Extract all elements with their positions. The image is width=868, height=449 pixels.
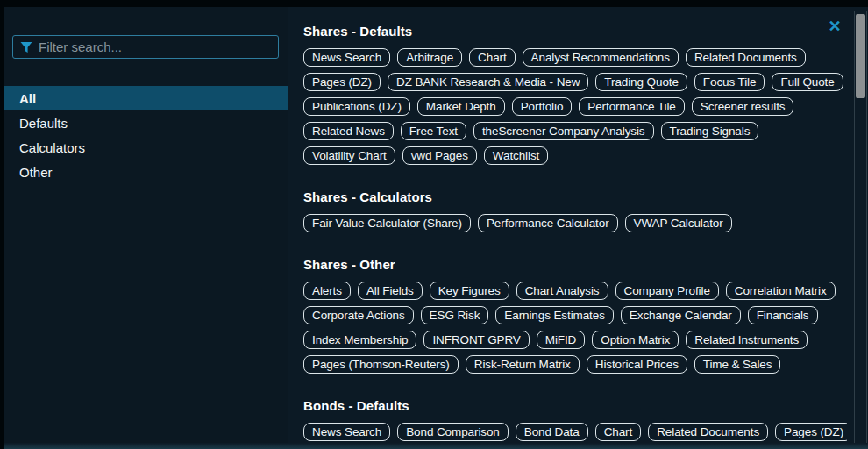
chip-performance-calculator[interactable]: Performance Calculator	[478, 214, 618, 232]
chip-analyst-recommendations[interactable]: Analyst Recommendations	[523, 48, 679, 67]
dialog-bottom-edge	[4, 443, 868, 449]
chip-related-news[interactable]: Related News	[303, 122, 394, 140]
funnel-filter-icon	[20, 41, 32, 53]
chip-full-quote[interactable]: Full Quote	[772, 73, 843, 91]
chip-row: Index MembershipINFRONT GPRVMiFIDOption …	[303, 331, 847, 349]
chip-fair-value-calculator-share[interactable]: Fair Value Calculator (Share)	[303, 214, 471, 232]
chip-row: Volatility Chartvwd PagesWatchlist	[303, 146, 847, 165]
section-title: Shares - Calculators	[303, 189, 847, 204]
chip-dz-bank-research-media-new[interactable]: DZ BANK Research & Media - New	[388, 73, 588, 91]
chip-row: News SearchBond ComparisonBond DataChart…	[303, 423, 847, 441]
chip-historical-prices[interactable]: Historical Prices	[587, 355, 687, 374]
chip-row: Fair Value Calculator (Share)Performance…	[303, 214, 847, 232]
chip-index-membership[interactable]: Index Membership	[303, 331, 416, 349]
chip-vwd-pages[interactable]: vwd Pages	[402, 146, 477, 165]
chip-infront-gprv[interactable]: INFRONT GPRV	[423, 331, 529, 349]
sidebar-item-all[interactable]: All	[4, 86, 288, 110]
chip-market-depth[interactable]: Market Depth	[417, 97, 505, 116]
chip-pages-dz[interactable]: Pages (DZ)	[775, 423, 847, 441]
chip-company-profile[interactable]: Company Profile	[615, 282, 719, 300]
chip-chart[interactable]: Chart	[469, 48, 516, 67]
chip-exchange-calendar[interactable]: Exchange Calendar	[621, 306, 741, 324]
chip-free-text[interactable]: Free Text	[401, 122, 466, 140]
close-button[interactable]: ✕	[826, 18, 843, 35]
chip-chart-analysis[interactable]: Chart Analysis	[516, 282, 608, 300]
sidebar: AllDefaultsCalculatorsOther	[4, 7, 288, 443]
widget-picker-dialog: AllDefaultsCalculatorsOther Shares - Def…	[4, 7, 868, 449]
chip-row: AlertsAll FieldsKey FiguresChart Analysi…	[303, 282, 847, 300]
scrollbar-thumb[interactable]	[856, 14, 865, 98]
chip-corporate-actions[interactable]: Corporate Actions	[303, 306, 414, 324]
chip-earnings-estimates[interactable]: Earnings Estimates	[495, 306, 614, 324]
chip-row: Related NewsFree TexttheScreener Company…	[303, 122, 847, 140]
chip-related-documents[interactable]: Related Documents	[686, 48, 806, 67]
chip-screener-results[interactable]: Screener results	[692, 97, 794, 116]
chip-key-figures[interactable]: Key Figures	[430, 282, 509, 300]
section-title: Shares - Other	[303, 257, 847, 272]
chip-volatility-chart[interactable]: Volatility Chart	[303, 146, 395, 165]
scrollbar[interactable]	[854, 11, 867, 449]
section-shares-calculators: Shares - CalculatorsFair Value Calculato…	[303, 189, 847, 232]
chip-performance-tile[interactable]: Performance Tile	[579, 97, 684, 116]
chip-trading-signals[interactable]: Trading Signals	[661, 122, 759, 140]
chip-trading-quote[interactable]: Trading Quote	[595, 73, 687, 91]
chip-row: News SearchArbitrageChartAnalyst Recomme…	[303, 48, 847, 67]
chip-pages-thomson-reuters[interactable]: Pages (Thomson-Reuters)	[303, 355, 459, 374]
chip-mifid[interactable]: MiFID	[537, 331, 586, 349]
chip-bond-comparison[interactable]: Bond Comparison	[397, 423, 509, 441]
sidebar-item-other[interactable]: Other	[4, 160, 288, 184]
chip-row: Publications (DZ)Market DepthPortfolioPe…	[303, 97, 847, 116]
widget-sections: Shares - DefaultsNews SearchArbitrageCha…	[303, 7, 847, 449]
section-shares-defaults: Shares - DefaultsNews SearchArbitrageCha…	[303, 24, 847, 165]
chip-related-instruments[interactable]: Related Instruments	[686, 331, 808, 349]
sidebar-item-defaults[interactable]: Defaults	[4, 110, 288, 135]
chip-vwap-calculator[interactable]: VWAP Calculator	[625, 214, 732, 232]
chip-row: Corporate ActionsESG RiskEarnings Estima…	[303, 306, 847, 324]
chip-alerts[interactable]: Alerts	[303, 282, 351, 300]
chip-esg-risk[interactable]: ESG Risk	[421, 306, 489, 324]
chip-news-search[interactable]: News Search	[303, 48, 390, 67]
chip-focus-tile[interactable]: Focus Tile	[694, 73, 765, 91]
chip-financials[interactable]: Financials	[748, 306, 818, 324]
chip-news-search[interactable]: News Search	[303, 423, 390, 441]
section-title: Bonds - Defaults	[303, 398, 847, 413]
chip-bond-data[interactable]: Bond Data	[516, 423, 588, 441]
chip-pages-dz[interactable]: Pages (DZ)	[303, 73, 381, 91]
chip-publications-dz[interactable]: Publications (DZ)	[303, 97, 410, 116]
chip-all-fields[interactable]: All Fields	[358, 282, 423, 300]
filter-search-input[interactable]	[39, 39, 271, 54]
chip-time-sales[interactable]: Time & Sales	[694, 355, 781, 374]
chip-risk-return-matrix[interactable]: Risk-Return Matrix	[466, 355, 580, 374]
section-bonds-defaults: Bonds - DefaultsNews SearchBond Comparis…	[303, 398, 847, 441]
chip-row: Pages (DZ)DZ BANK Research & Media - New…	[303, 73, 847, 91]
category-list: AllDefaultsCalculatorsOther	[4, 86, 288, 184]
section-title: Shares - Defaults	[303, 24, 847, 39]
chip-row: Pages (Thomson-Reuters)Risk-Return Matri…	[303, 355, 847, 374]
chip-arbitrage[interactable]: Arbitrage	[397, 48, 462, 67]
chip-portfolio[interactable]: Portfolio	[512, 97, 573, 116]
chip-correlation-matrix[interactable]: Correlation Matrix	[726, 282, 836, 300]
close-icon: ✕	[828, 18, 841, 34]
section-shares-other: Shares - OtherAlertsAll FieldsKey Figure…	[303, 257, 847, 374]
chip-thescreener-company-analysis[interactable]: theScreener Company Analysis	[473, 122, 654, 140]
filter-search-box[interactable]	[12, 35, 279, 59]
chip-watchlist[interactable]: Watchlist	[484, 146, 548, 165]
chip-chart[interactable]: Chart	[595, 423, 642, 441]
chip-option-matrix[interactable]: Option Matrix	[592, 331, 679, 349]
chip-related-documents[interactable]: Related Documents	[648, 423, 768, 441]
sidebar-item-calculators[interactable]: Calculators	[4, 135, 288, 160]
